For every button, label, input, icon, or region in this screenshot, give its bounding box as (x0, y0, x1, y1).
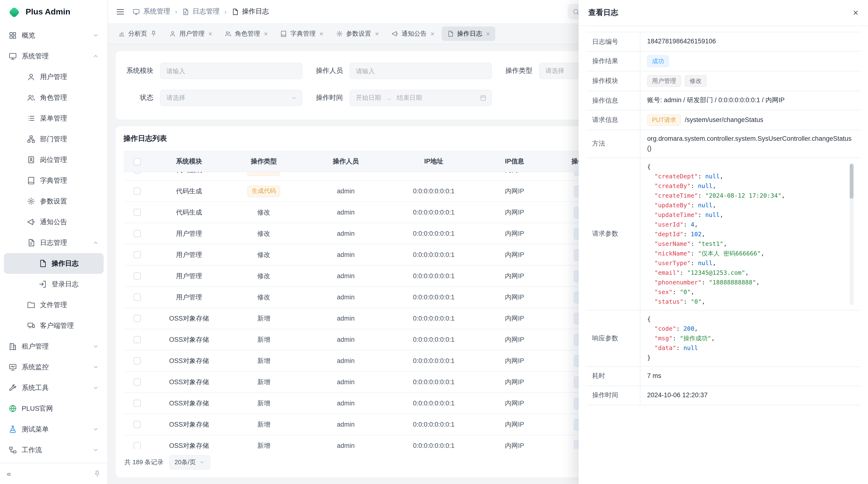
sidebar-collapse-button[interactable]: « (7, 469, 11, 478)
scrollbar-track[interactable] (850, 163, 854, 305)
grid-icon (9, 31, 17, 39)
operation-type-tag: 修改 (257, 272, 270, 280)
row-checkbox[interactable] (133, 400, 141, 407)
module-action-tag: 修改 (685, 75, 707, 87)
row-checkbox[interactable] (133, 294, 141, 301)
sidebar-item[interactable]: 岗位管理 (4, 150, 104, 170)
doc-icon (38, 259, 47, 267)
breadcrumb-item[interactable]: › 日志管理 (175, 7, 220, 16)
chevron-down-icon (93, 385, 99, 391)
tab-label: 分析页 (128, 29, 147, 38)
sidebar-item[interactable]: 操作日志 (4, 253, 104, 274)
tab[interactable]: 字典管理 × (275, 26, 329, 41)
select-all-checkbox[interactable] (133, 158, 141, 165)
tab-label: 角色管理 (235, 29, 260, 38)
row-checkbox[interactable] (133, 172, 141, 173)
request-params-json: { "createDept": null, "createBy": null, … (647, 162, 854, 306)
sidebar-item[interactable]: 用户管理 (4, 67, 104, 87)
sidebar-item[interactable]: 概览 (4, 25, 104, 46)
pin-icon[interactable] (151, 30, 157, 37)
row-checkbox[interactable] (133, 442, 141, 449)
sidebar-item[interactable]: 客户端管理 (4, 315, 104, 336)
tab[interactable]: 操作日志 × (442, 26, 495, 41)
row-checkbox[interactable] (133, 336, 141, 343)
monitor-icon (133, 8, 140, 15)
row-checkbox[interactable] (133, 209, 141, 216)
breadcrumb-item[interactable]: 系统管理 (133, 7, 170, 16)
chevron-down-icon (93, 343, 99, 350)
sidebar-item[interactable]: 租户管理 (4, 336, 104, 357)
sidebar-item[interactable]: 参数设置 (4, 191, 104, 212)
tab-label: 通知公告 (402, 29, 427, 38)
detail-row-log-id: 日志编号 1842781986426159106 (586, 32, 860, 52)
close-icon[interactable]: × (853, 8, 858, 18)
pin-icon[interactable] (94, 470, 101, 477)
row-checkbox[interactable] (133, 315, 141, 322)
sidebar-item[interactable]: 系统监控 (4, 357, 104, 378)
tab[interactable]: 参数设置 × (331, 26, 384, 41)
tab[interactable]: 角色管理 × (219, 26, 273, 41)
row-checkbox[interactable] (133, 421, 141, 428)
sidebar-item[interactable]: 日志管理 (4, 232, 104, 253)
badge-icon (27, 156, 35, 164)
row-checkbox[interactable] (133, 357, 141, 364)
operator-filter-input[interactable] (350, 63, 492, 79)
page-size-select[interactable]: 20条/页 (169, 455, 210, 470)
tab-close-icon[interactable]: × (208, 30, 212, 37)
chevron-down-icon (93, 53, 99, 59)
request-url: /system/user/changeStatus (685, 115, 763, 125)
megaphone-icon (27, 218, 35, 226)
scrollbar-thumb[interactable] (850, 164, 854, 198)
login-icon (38, 280, 47, 288)
sidebar-item[interactable]: 通知公告 (4, 212, 104, 232)
tab-close-icon[interactable]: × (486, 30, 490, 37)
sidebar-item[interactable]: PLUS官网 (4, 398, 104, 419)
sidebar-item[interactable]: 部门管理 (4, 129, 104, 150)
tab-close-icon[interactable]: × (319, 30, 323, 37)
tab-close-icon[interactable]: × (375, 30, 379, 37)
sidebar-item[interactable]: 文件管理 (4, 295, 104, 315)
menu-toggle-icon[interactable] (116, 7, 125, 16)
detail-row-request: 请求信息 PUT请求 /system/user/changeStatus (586, 110, 860, 130)
breadcrumb-item[interactable]: › 操作日志 (224, 7, 269, 16)
col-ip-info: IP信息 (476, 157, 553, 166)
row-checkbox[interactable] (133, 379, 141, 386)
sidebar-item[interactable]: 测试菜单 (4, 419, 104, 440)
tab[interactable]: 用户管理 × (164, 26, 217, 41)
monitor-icon (9, 52, 17, 60)
sidebar-item[interactable]: 系统工具 (4, 378, 104, 398)
module-filter-input[interactable] (160, 63, 302, 79)
user-icon (169, 30, 176, 37)
tab[interactable]: 通知公告 × (386, 26, 440, 41)
calendar-icon (480, 95, 487, 101)
sidebar-item[interactable]: 登录日志 (4, 274, 104, 295)
tab-label: 字典管理 (290, 29, 316, 38)
sidebar-item[interactable]: 字典管理 (4, 170, 104, 191)
sidebar-item[interactable]: 系统管理 (4, 46, 104, 67)
row-checkbox[interactable] (133, 188, 141, 195)
sidebar-item[interactable]: 角色管理 (4, 87, 104, 108)
drawer-header: 查看日志 × (579, 0, 868, 26)
detail-row-response-params: 响应参数 { "code": 200, "msg": "操作成功", "data… (586, 310, 860, 366)
tab-close-icon[interactable]: × (264, 30, 268, 37)
users-icon (27, 94, 35, 102)
breadcrumb-separator: › (175, 8, 177, 15)
http-method-tag: PUT请求 (647, 114, 681, 126)
doc-icon (447, 30, 454, 37)
tab-close-icon[interactable]: × (431, 30, 434, 37)
operation-type-tag: 新增 (257, 441, 270, 449)
time-range-picker[interactable]: 开始日期 → 结束日期 (350, 90, 492, 106)
flow-icon (9, 446, 17, 454)
row-checkbox[interactable] (133, 251, 141, 258)
row-checkbox[interactable] (133, 272, 141, 280)
detail-row-op-time: 操作时间 2024-10-06 12:20:37 (586, 386, 860, 405)
status-filter-label: 状态 (123, 94, 153, 102)
status-filter-select[interactable]: 请选择 (160, 90, 302, 106)
operation-type-tag: 新增 (257, 356, 270, 365)
row-checkbox[interactable] (133, 230, 141, 237)
chevron-down-icon (199, 459, 205, 465)
sidebar-item[interactable]: 菜单管理 (4, 108, 104, 129)
tab[interactable]: 分析页 (113, 26, 162, 41)
sidebar-item[interactable]: 工作流 (4, 440, 104, 460)
detail-row-request-params: 请求参数 { "createDept": null, "createBy": n… (586, 158, 860, 310)
